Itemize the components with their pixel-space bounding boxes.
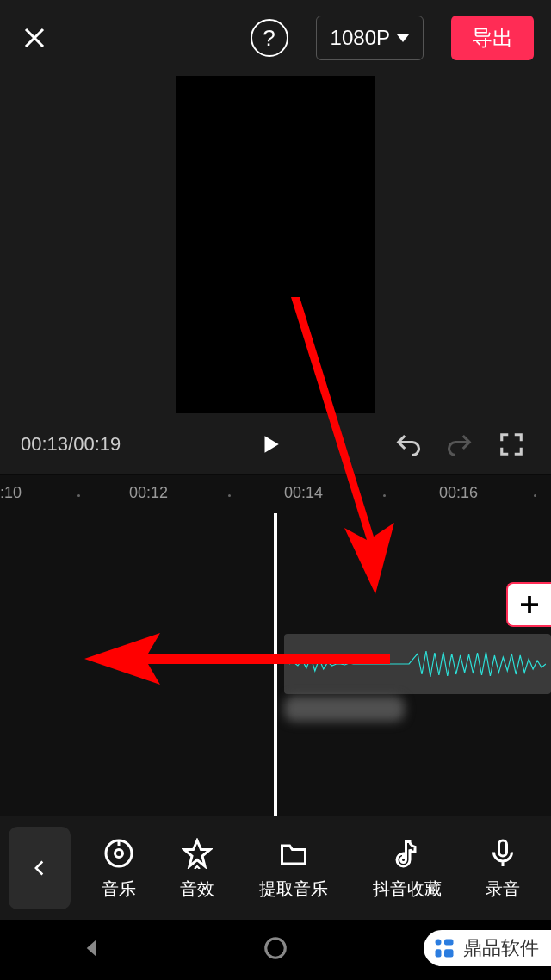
nav-home[interactable] [263, 935, 288, 964]
mic-icon [486, 836, 520, 871]
dropdown-triangle-icon [397, 34, 409, 42]
svg-rect-2 [499, 840, 507, 856]
timecode: 00:13/00:19 [21, 433, 121, 456]
toolbar-back-button[interactable] [9, 827, 71, 909]
tool-soundfx[interactable]: 音效 [180, 836, 214, 901]
timeline-ruler[interactable]: 0:10 00:12 00:14 00:16 [0, 475, 551, 513]
fullscreen-button[interactable] [492, 425, 530, 463]
video-preview-area[interactable] [0, 76, 551, 413]
redo-button [441, 425, 479, 463]
resolution-label: 1080P [331, 26, 390, 50]
star-sound-icon [180, 836, 214, 871]
close-button[interactable] [17, 21, 52, 55]
folder-icon [276, 836, 311, 871]
tool-record[interactable]: 录音 [486, 836, 520, 901]
watermark-badge: 鼎品软件 [424, 930, 551, 966]
resolution-dropdown[interactable]: 1080P [316, 16, 424, 60]
svg-rect-8 [444, 949, 454, 957]
export-button[interactable]: 导出 [451, 16, 534, 60]
douyin-icon [390, 836, 424, 871]
annotation-arrow-left [84, 629, 390, 689]
audio-clip-label-blurred [284, 696, 405, 722]
music-disc-icon [102, 836, 136, 871]
tool-douyin-fav[interactable]: 抖音收藏 [373, 836, 442, 901]
tool-extract-music[interactable]: 提取音乐 [259, 836, 328, 901]
nav-back[interactable] [79, 935, 105, 964]
help-button[interactable]: ? [251, 19, 288, 57]
svg-point-3 [266, 939, 286, 958]
svg-point-1 [115, 849, 122, 857]
svg-rect-7 [436, 949, 442, 957]
tool-music[interactable]: 音乐 [102, 836, 136, 901]
add-clip-button[interactable] [506, 582, 551, 627]
svg-point-5 [436, 940, 442, 946]
svg-rect-6 [444, 940, 454, 946]
annotation-arrow-down [284, 297, 396, 594]
watermark-logo-icon [432, 936, 456, 960]
